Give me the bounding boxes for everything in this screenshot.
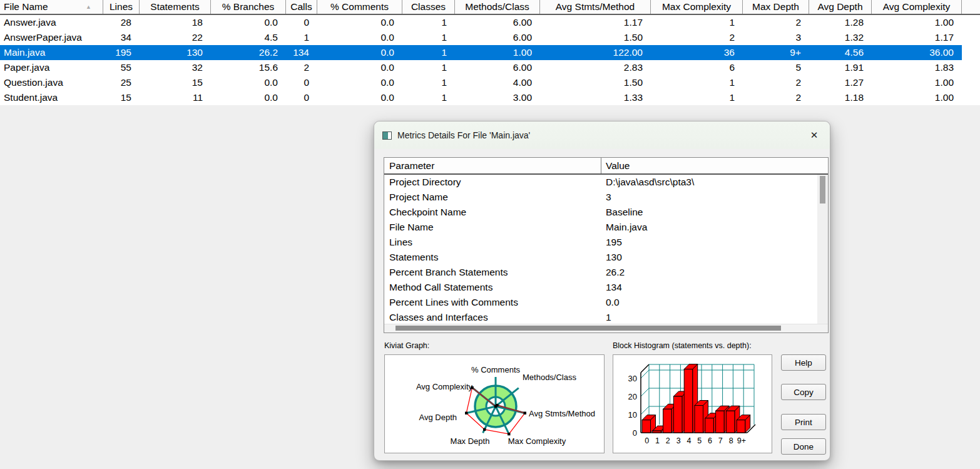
horizontal-scrollbar[interactable] — [384, 324, 828, 332]
metric-cell: 9+ — [743, 45, 809, 60]
table-row[interactable]: Answer.java28180.000.016.001.17121.281.0… — [0, 15, 980, 30]
kiviat-graph-label: Kiviat Graph: — [384, 341, 429, 350]
dialog-titlebar[interactable]: Metrics Details For File 'Main.java' ✕ — [374, 121, 830, 149]
metric-cell: 6.00 — [455, 15, 540, 30]
metric-cell: 1.32 — [809, 30, 872, 45]
metric-cell: 1.17 — [540, 15, 651, 30]
help-button[interactable]: Help — [781, 354, 826, 371]
column-header-max-complexity[interactable]: Max Complexity — [651, 0, 743, 14]
metric-cell: 1.91 — [809, 60, 872, 75]
parameter-name: Project Directory — [384, 177, 601, 188]
parameter-row[interactable]: Project DirectoryD:\java\asd\src\pta3\ — [384, 175, 828, 190]
svg-text:% Comments: % Comments — [471, 365, 521, 374]
row-filler — [962, 75, 980, 90]
svg-text:0: 0 — [645, 436, 649, 445]
column-header--comments[interactable]: % Comments — [317, 0, 402, 14]
metric-cell: 4.56 — [809, 45, 872, 60]
row-filler — [962, 90, 980, 105]
parameter-name: Percent Lines with Comments — [384, 297, 601, 308]
file-name-cell: Answer.java — [0, 15, 103, 30]
column-header-classes[interactable]: Classes — [402, 0, 455, 14]
parameter-name: Checkpoint Name — [384, 207, 601, 218]
table-row[interactable]: Main.java19513026.21340.011.00122.00369+… — [0, 45, 980, 60]
metric-cell: 36.00 — [872, 45, 962, 60]
column-header-methods-class[interactable]: Methods/Class — [455, 0, 540, 14]
column-header-max-depth[interactable]: Max Depth — [743, 0, 809, 14]
metric-cell: 22 — [140, 30, 211, 45]
metric-cell: 0 — [286, 75, 317, 90]
table-row[interactable]: Student.java15110.000.013.001.33121.181.… — [0, 90, 980, 105]
value-column-header[interactable]: Value — [601, 158, 828, 173]
svg-text:10: 10 — [628, 410, 637, 420]
column-header-avg-complexity[interactable]: Avg Complexity — [872, 0, 962, 14]
kiviat-graph-box: % CommentsMethods/ClassAvg Stmts/MethodM… — [384, 354, 605, 453]
metric-cell: 0.0 — [317, 15, 402, 30]
svg-text:Max Complexity: Max Complexity — [508, 436, 566, 446]
file-name-cell: Paper.java — [0, 60, 103, 75]
parameter-list: Parameter Value Project DirectoryD:\java… — [384, 157, 829, 333]
column-header-lines[interactable]: Lines — [103, 0, 140, 14]
svg-text:4: 4 — [687, 436, 691, 445]
close-icon[interactable]: ✕ — [805, 126, 824, 144]
svg-text:Methods/Class: Methods/Class — [523, 373, 576, 382]
metric-cell: 15 — [103, 90, 140, 105]
sort-ascending-icon: ▲ — [86, 4, 91, 10]
metric-cell: 15.6 — [211, 60, 286, 75]
metric-cell: 1 — [651, 15, 743, 30]
horizontal-scrollbar-thumb[interactable] — [396, 326, 781, 331]
parameter-row[interactable]: Percent Branch Statements26.2 — [384, 265, 828, 280]
copy-button[interactable]: Copy — [781, 384, 826, 400]
parameter-list-header: Parameter Value — [384, 158, 828, 175]
svg-text:1: 1 — [655, 436, 660, 445]
metric-cell: 6.00 — [455, 30, 540, 45]
metric-cell: 1.50 — [540, 75, 651, 90]
column-header-statements[interactable]: Statements — [140, 0, 211, 14]
parameter-row[interactable]: File NameMain.java — [384, 220, 828, 235]
metric-cell: 1.33 — [540, 90, 651, 105]
metric-cell: 1.27 — [809, 75, 872, 90]
metric-cell: 0.0 — [211, 90, 286, 105]
column-header--branches[interactable]: % Branches — [211, 0, 286, 14]
column-header-avg-depth[interactable]: Avg Depth — [809, 0, 872, 14]
metric-cell: 5 — [743, 60, 809, 75]
kiviat-graph: % CommentsMethods/ClassAvg Stmts/MethodM… — [385, 355, 604, 453]
block-histogram-box: 01020300123456789+ — [613, 354, 772, 453]
svg-text:20: 20 — [628, 392, 637, 401]
parameter-value: 3 — [601, 192, 828, 203]
file-name-cell: Question.java — [0, 75, 103, 90]
table-header-row: File Name▲LinesStatements% BranchesCalls… — [0, 0, 980, 15]
parameter-name: Statements — [384, 252, 601, 263]
metric-cell: 2 — [286, 60, 317, 75]
metric-cell: 2.83 — [540, 60, 651, 75]
svg-text:7: 7 — [718, 436, 723, 445]
column-header-file-name[interactable]: File Name▲ — [0, 0, 103, 14]
parameter-column-header[interactable]: Parameter — [384, 158, 601, 173]
parameter-row[interactable]: Classes and Interfaces1 — [384, 310, 828, 324]
column-header-avg-stmts-method[interactable]: Avg Stmts/Method — [540, 0, 651, 14]
metric-cell: 0.0 — [317, 90, 402, 105]
done-button[interactable]: Done — [781, 438, 826, 455]
table-row[interactable]: Paper.java553215.620.016.002.83651.911.8… — [0, 60, 980, 75]
table-row[interactable]: AnswerPaper.java34224.510.016.001.50231.… — [0, 30, 980, 45]
column-header-calls[interactable]: Calls — [286, 0, 317, 14]
metric-cell: 1.50 — [540, 30, 651, 45]
svg-text:Avg Complexity: Avg Complexity — [416, 382, 473, 391]
parameter-row[interactable]: Checkpoint NameBaseline — [384, 205, 828, 220]
metric-cell: 18 — [140, 15, 211, 30]
metric-cell: 1 — [286, 30, 317, 45]
vertical-scrollbar-thumb[interactable] — [820, 176, 825, 204]
metric-cell: 0 — [286, 15, 317, 30]
parameter-row[interactable]: Project Name3 — [384, 190, 828, 205]
parameter-row[interactable]: Lines195 — [384, 235, 828, 250]
parameter-row[interactable]: Statements130 — [384, 250, 828, 265]
parameter-row[interactable]: Percent Lines with Comments0.0 — [384, 295, 828, 310]
metric-cell: 0.0 — [317, 75, 402, 90]
vertical-scrollbar[interactable] — [817, 175, 828, 324]
print-button[interactable]: Print — [781, 414, 826, 430]
parameter-row[interactable]: Method Call Statements134 — [384, 280, 828, 295]
table-row[interactable]: Question.java25150.000.014.001.50121.271… — [0, 75, 980, 90]
metric-cell: 1 — [402, 45, 455, 60]
metric-cell: 2 — [743, 75, 809, 90]
metric-cell: 122.00 — [540, 45, 651, 60]
block-histogram-label: Block Histogram (statements vs. depth): — [613, 341, 752, 350]
